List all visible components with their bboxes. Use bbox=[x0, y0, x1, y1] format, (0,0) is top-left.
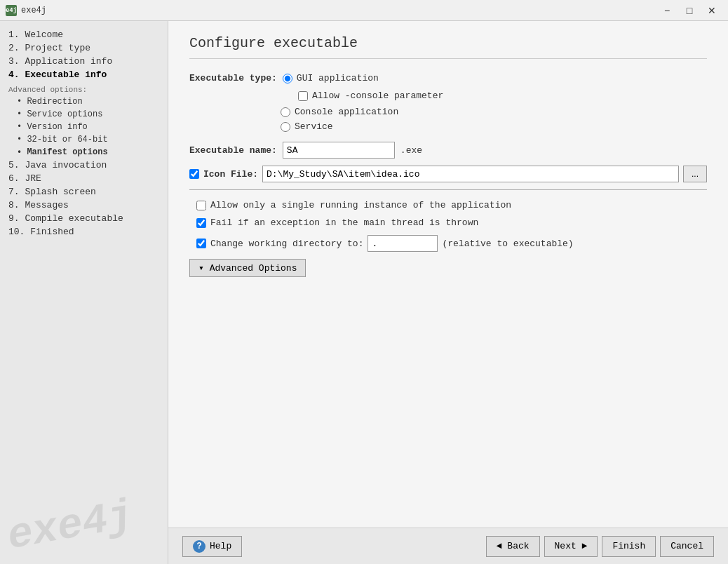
allow-console-row: Allow -console parameter bbox=[298, 90, 707, 101]
service-radio-label: Service bbox=[295, 121, 333, 132]
service-radio-row: Service bbox=[281, 121, 707, 132]
sidebar-item-redirection[interactable]: • Redirection bbox=[6, 95, 162, 108]
executable-name-label: Executable name: bbox=[189, 145, 277, 156]
cancel-button[interactable]: Cancel bbox=[660, 536, 714, 557]
footer: ? Help ◄ Back Next ► Finish Cancel bbox=[168, 528, 728, 564]
sidebar-item-executable-info[interactable]: 4. Executable info bbox=[6, 68, 162, 81]
app-icon: e4j bbox=[6, 5, 17, 16]
executable-type-row: Executable type: GUI application bbox=[189, 73, 707, 83]
content-main: Configure executable Executable type: GU… bbox=[168, 21, 728, 528]
executable-type-section: Executable type: GUI application Allow -… bbox=[189, 73, 707, 132]
working-dir-row: Change working directory to: (relative t… bbox=[196, 235, 707, 252]
sidebar-item-welcome[interactable]: 1. Welcome bbox=[6, 28, 162, 41]
sidebar-item-finished[interactable]: 10. Finished bbox=[6, 225, 162, 239]
window-controls: − □ ✕ bbox=[656, 3, 722, 18]
exe-suffix: .exe bbox=[400, 145, 422, 156]
working-dir-label: Change working directory to: bbox=[210, 239, 363, 249]
icon-file-input[interactable] bbox=[262, 166, 679, 182]
title-bar: e4j exe4j − □ ✕ bbox=[0, 0, 728, 21]
sidebar: 1. Welcome 2. Project type 3. Applicatio… bbox=[0, 21, 168, 564]
service-radio[interactable] bbox=[281, 122, 290, 132]
single-instance-checkbox[interactable] bbox=[196, 201, 206, 210]
icon-file-label-text: Icon File: bbox=[203, 169, 258, 180]
sidebar-item-compile-executable[interactable]: 9. Compile executable bbox=[6, 212, 162, 225]
allow-console-label: Allow -console parameter bbox=[312, 90, 443, 101]
sidebar-item-service-options[interactable]: • Service options bbox=[6, 108, 162, 121]
advanced-options-button[interactable]: ▾ Advanced Options bbox=[189, 259, 306, 277]
content-area: Configure executable Executable type: GU… bbox=[168, 21, 728, 564]
finish-button[interactable]: Finish bbox=[602, 536, 656, 557]
app-icon-text: e4j bbox=[6, 7, 17, 14]
app-title: exe4j bbox=[21, 6, 46, 15]
sidebar-watermark: exe4j bbox=[4, 492, 136, 560]
sidebar-item-jre[interactable]: 6. JRE bbox=[6, 172, 162, 185]
executable-type-label: Executable type: bbox=[189, 73, 277, 83]
help-label: Help bbox=[210, 541, 231, 551]
next-button[interactable]: Next ► bbox=[544, 536, 598, 557]
title-bar-left: e4j exe4j bbox=[6, 5, 46, 16]
sidebar-item-messages[interactable]: 8. Messages bbox=[6, 199, 162, 212]
gui-radio[interactable] bbox=[283, 74, 292, 83]
icon-browse-button[interactable]: ... bbox=[683, 166, 707, 182]
help-button[interactable]: ? Help bbox=[182, 536, 242, 557]
sidebar-item-version-info[interactable]: • Version info bbox=[6, 121, 162, 133]
fail-exception-label: Fail if an exception in the main thread … bbox=[210, 217, 478, 228]
back-button[interactable]: ◄ Back bbox=[486, 536, 540, 557]
sidebar-item-32bit-64bit[interactable]: • 32-bit or 64-bit bbox=[6, 133, 162, 146]
maximize-button[interactable]: □ bbox=[679, 3, 700, 18]
executable-name-input[interactable] bbox=[283, 142, 395, 159]
sidebar-advanced-label: Advanced options: bbox=[6, 84, 162, 95]
console-radio-row: Console application bbox=[281, 107, 707, 117]
sidebar-item-project-type[interactable]: 2. Project type bbox=[6, 41, 162, 55]
working-dir-input[interactable] bbox=[368, 235, 438, 252]
advanced-options-label: ▾ Advanced Options bbox=[198, 262, 297, 274]
separator bbox=[189, 189, 707, 190]
fail-exception-row: Fail if an exception in the main thread … bbox=[196, 217, 707, 228]
sidebar-item-java-invocation[interactable]: 5. Java invocation bbox=[6, 159, 162, 172]
fail-exception-checkbox[interactable] bbox=[196, 218, 206, 228]
console-radio[interactable] bbox=[281, 107, 290, 117]
single-instance-row: Allow only a single running instance of … bbox=[196, 200, 707, 210]
icon-file-row: Icon File: ... bbox=[189, 166, 707, 182]
sidebar-item-manifest-options[interactable]: • Manifest options bbox=[6, 146, 162, 159]
console-radio-label: Console application bbox=[295, 107, 398, 117]
close-button[interactable]: ✕ bbox=[701, 3, 722, 18]
main-layout: 1. Welcome 2. Project type 3. Applicatio… bbox=[0, 21, 728, 564]
executable-name-row: Executable name: .exe bbox=[189, 142, 707, 159]
icon-file-label-group: Icon File: bbox=[189, 169, 258, 180]
help-icon: ? bbox=[193, 540, 205, 553]
allow-console-checkbox[interactable] bbox=[298, 91, 308, 101]
gui-radio-group: GUI application bbox=[283, 73, 379, 83]
footer-left: ? Help bbox=[182, 536, 242, 557]
minimize-button[interactable]: − bbox=[656, 3, 678, 18]
sidebar-item-application-info[interactable]: 3. Application info bbox=[6, 55, 162, 68]
relative-label: (relative to executable) bbox=[442, 239, 573, 249]
icon-file-checkbox[interactable] bbox=[189, 169, 199, 179]
page-title: Configure executable bbox=[189, 35, 707, 59]
single-instance-label: Allow only a single running instance of … bbox=[210, 200, 511, 210]
footer-right: ◄ Back Next ► Finish Cancel bbox=[486, 536, 714, 557]
working-dir-checkbox[interactable] bbox=[196, 239, 206, 248]
gui-radio-label: GUI application bbox=[297, 73, 379, 83]
sidebar-item-splash-screen[interactable]: 7. Splash screen bbox=[6, 185, 162, 199]
